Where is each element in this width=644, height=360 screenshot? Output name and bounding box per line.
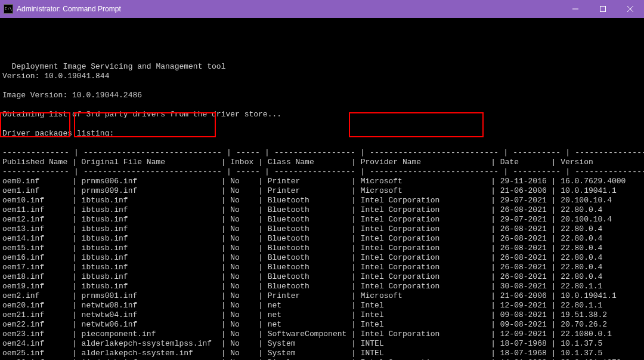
table-top-border: -------------- | -----------------------…	[2, 148, 644, 157]
cmd-icon: C:\	[4, 4, 13, 14]
window-title: Administrator: Command Prompt	[17, 5, 121, 13]
listing-line: Driver packages listing:	[2, 129, 114, 138]
dism-version-line: Version: 10.0.19041.844	[2, 72, 109, 81]
maximize-button[interactable]	[589, 0, 617, 18]
titlebar: C:\ Administrator: Command Prompt	[0, 0, 644, 18]
close-button[interactable]	[617, 0, 644, 18]
table-header-row: Published Name | Original File Name | In…	[2, 158, 630, 167]
svg-rect-1	[600, 7, 606, 12]
titlebar-left: C:\ Administrator: Command Prompt	[0, 4, 121, 14]
table-header-border: -------------- | -----------------------…	[2, 167, 644, 176]
terminal[interactable]: Deployment Image Servicing and Managemen…	[0, 18, 644, 360]
dism-tool-line: Deployment Image Servicing and Managemen…	[12, 62, 226, 71]
minimize-button[interactable]	[562, 0, 589, 18]
table-body: oem0.inf | prnms006.inf | No | Printer |…	[2, 177, 630, 360]
titlebar-controls	[562, 0, 644, 18]
obtaining-line: Obtaining list of 3rd party drivers from…	[2, 110, 281, 119]
image-version-line: Image Version: 10.0.19044.2486	[2, 91, 142, 100]
highlight-provider-name	[349, 112, 484, 137]
